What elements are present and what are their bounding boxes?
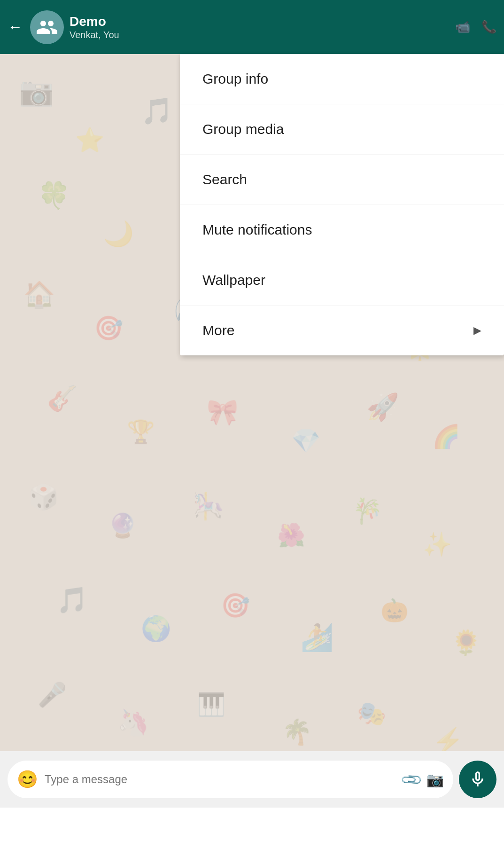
svg-text:✨: ✨ — [423, 530, 452, 558]
group-subtitle: Venkat, You — [70, 30, 450, 40]
menu-item-group-info[interactable]: Group info — [180, 54, 504, 104]
svg-text:🎋: 🎋 — [352, 496, 383, 526]
chat-header: ← Demo Venkat, You 📹 📞 — [0, 0, 504, 54]
menu-item-mute-notifications[interactable]: Mute notifications — [180, 205, 504, 255]
svg-text:🌻: 🌻 — [451, 628, 481, 657]
camera-icon[interactable]: 📷 — [426, 771, 444, 788]
back-button[interactable]: ← — [8, 18, 23, 36]
input-bar: 😊 📎 📷 — [0, 751, 504, 808]
svg-text:🎠: 🎠 — [193, 491, 225, 521]
svg-text:🚀: 🚀 — [366, 392, 399, 423]
emoji-button[interactable]: 😊 — [17, 770, 38, 789]
svg-text:🎃: 🎃 — [380, 597, 409, 624]
menu-item-group-info-label: Group info — [202, 71, 268, 87]
mic-button[interactable] — [459, 761, 496, 798]
svg-text:🌺: 🌺 — [277, 522, 305, 549]
menu-item-search[interactable]: Search — [180, 155, 504, 205]
menu-item-more[interactable]: More ▶ — [180, 306, 504, 355]
svg-text:🎭: 🎭 — [357, 699, 387, 728]
svg-text:🔮: 🔮 — [108, 511, 138, 540]
menu-item-wallpaper-label: Wallpaper — [202, 272, 265, 288]
header-info[interactable]: Demo Venkat, You — [70, 14, 450, 40]
group-name: Demo — [70, 14, 450, 30]
menu-item-search-label: Search — [202, 172, 247, 188]
call-icon[interactable]: 📞 — [481, 20, 496, 34]
attach-icon[interactable]: 📎 — [399, 768, 423, 792]
group-avatar-icon — [36, 16, 58, 39]
svg-text:🎸: 🎸 — [47, 384, 78, 413]
svg-text:🎀: 🎀 — [207, 397, 239, 427]
svg-text:🏠: 🏠 — [23, 279, 55, 310]
menu-item-mute-label: Mute notifications — [202, 222, 312, 238]
menu-item-more-label: More — [202, 322, 234, 338]
svg-text:🎯: 🎯 — [221, 591, 250, 620]
svg-text:🍀: 🍀 — [38, 180, 70, 211]
svg-text:🏄: 🏄 — [301, 622, 333, 653]
header-action-icons: 📹 📞 — [455, 20, 496, 34]
svg-text:💎: 💎 — [291, 427, 321, 455]
svg-text:🌙: 🌙 — [103, 219, 134, 248]
svg-text:🎲: 🎲 — [28, 482, 59, 511]
menu-item-wallpaper[interactable]: Wallpaper — [180, 255, 504, 306]
svg-text:🎯: 🎯 — [94, 314, 124, 342]
svg-text:🎵: 🎵 — [56, 585, 88, 615]
svg-text:🏆: 🏆 — [127, 418, 155, 445]
svg-text:🎤: 🎤 — [38, 681, 67, 709]
svg-text:🦄: 🦄 — [117, 707, 149, 738]
svg-text:🌍: 🌍 — [141, 614, 171, 643]
group-avatar[interactable] — [30, 10, 64, 44]
message-input[interactable] — [45, 773, 396, 786]
context-menu: Group info Group media Search Mute notif… — [180, 54, 504, 355]
menu-item-group-media[interactable]: Group media — [180, 104, 504, 155]
svg-text:🌴: 🌴 — [282, 717, 312, 746]
mic-icon — [468, 770, 487, 789]
chevron-right-icon: ▶ — [473, 324, 481, 337]
svg-text:🎹: 🎹 — [197, 691, 225, 718]
svg-text:🌈: 🌈 — [432, 423, 460, 450]
message-input-wrapper: 😊 📎 📷 — [8, 761, 453, 798]
video-call-icon[interactable]: 📹 — [455, 20, 470, 34]
menu-item-group-media-label: Group media — [202, 121, 284, 137]
